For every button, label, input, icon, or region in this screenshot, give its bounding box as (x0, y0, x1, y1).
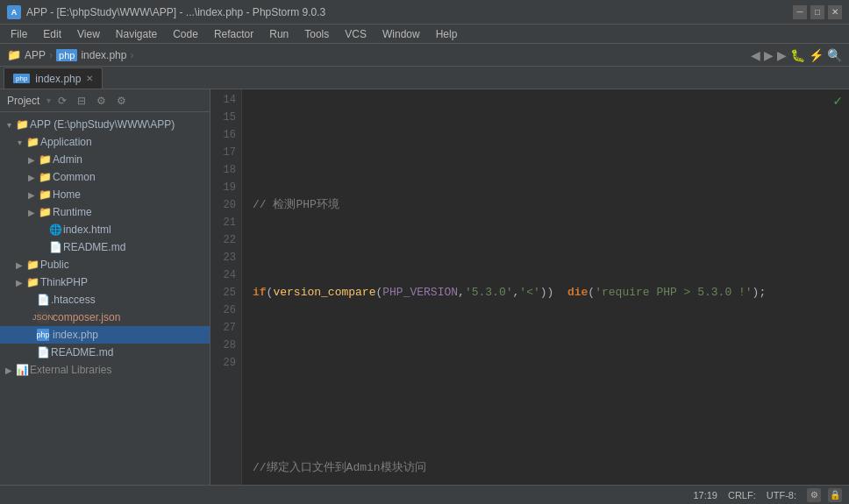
tree-item-home[interactable]: ▶ 📁 Home (0, 186, 210, 203)
menu-tools[interactable]: Tools (297, 26, 336, 42)
tree-text-index-html: index.html (63, 224, 111, 236)
tree-text-htaccess: .htaccess (51, 294, 96, 306)
minimize-button[interactable]: ─ (793, 5, 807, 19)
code-area[interactable]: 14 15 16 17 18 19 20 21 22 23 24 25 26 2… (210, 89, 849, 485)
tree-arrow-public: ▶ (14, 260, 25, 270)
file-icon-readme2: 📄 (37, 346, 49, 358)
menu-refactor[interactable]: Refactor (207, 26, 260, 42)
sidebar-sync-button[interactable]: ⟳ (54, 93, 70, 109)
file-icon-readme1: 📄 (49, 241, 61, 253)
status-encoding: UTF-8: (767, 490, 796, 500)
file-icon-index-php: php (37, 329, 49, 341)
tree-item-index-html[interactable]: ▶ 🌐 index.html (0, 221, 210, 238)
tree-arrow-common: ▶ (26, 173, 37, 182)
tree-item-external-libs[interactable]: ▶ 📊 External Libraries (0, 361, 210, 379)
tree-text-common: Common (53, 171, 96, 183)
tree-text-index-php: index.php (53, 329, 98, 341)
folder-icon-public: 📁 (26, 259, 39, 271)
maximize-button[interactable]: □ (810, 5, 824, 19)
folder-icon-root: 📁 (16, 118, 28, 131)
tree-text-readme2: README.md (51, 346, 113, 358)
tree-item-public[interactable]: ▶ 📁 Public (0, 256, 210, 273)
status-icons: ⚙ 🔒 (807, 488, 842, 502)
file-icon-composer: JSON (37, 311, 49, 323)
nav-back-button[interactable]: ◀ (751, 48, 760, 62)
breadcrumb-sep2: › (130, 49, 133, 61)
sidebar: Project ▾ ⟳ ⊟ ⚙ ⚙ ▾ 📁 APP (E:\phpStudy\W… (0, 89, 210, 485)
tree-item-runtime[interactable]: ▶ 📁 Runtime (0, 203, 210, 221)
nav-coverage-button[interactable]: ⚡ (809, 48, 824, 62)
sidebar-gear-button[interactable]: ⚙ (113, 93, 130, 109)
project-tree: ▾ 📁 APP (E:\phpStudy\WWW\APP) ▾ 📁 Applic… (0, 112, 210, 382)
title-bar: A APP - [E:\phpStudy\WWW\APP] - ...\inde… (0, 0, 849, 25)
breadcrumb-file[interactable]: index.php (81, 49, 126, 61)
tree-item-root[interactable]: ▾ 📁 APP (E:\phpStudy\WWW\APP) (0, 116, 210, 133)
tree-text-runtime: Runtime (53, 206, 92, 218)
menu-window[interactable]: Window (375, 26, 427, 42)
code-line-15: if(version_compare(PHP_VERSION,'5.3.0','… (253, 284, 849, 302)
sidebar-dropdown-icon: ▾ (46, 96, 51, 105)
tree-arrow-admin: ▶ (26, 155, 37, 165)
tree-arrow-root: ▾ (4, 120, 14, 130)
tree-item-readme2[interactable]: ▶ 📄 README.md (0, 344, 210, 361)
sidebar-settings-button[interactable]: ⚙ (93, 93, 110, 109)
tree-item-readme1[interactable]: ▶ 📄 README.md (0, 238, 210, 256)
code-line-14: // 检测PHP环境 (253, 196, 849, 214)
menu-view[interactable]: View (70, 26, 107, 42)
folder-icon-common: 📁 (39, 171, 51, 183)
tree-text-public: Public (40, 259, 69, 271)
menu-edit[interactable]: Edit (36, 26, 68, 42)
menu-file[interactable]: File (4, 26, 34, 42)
tree-item-application[interactable]: ▾ 📁 Application (0, 133, 210, 151)
close-button[interactable]: ✕ (828, 5, 842, 19)
tree-arrow-application: ▾ (14, 138, 25, 147)
status-line-ending: CRLF: (728, 490, 756, 500)
breadcrumb-sep1: › (49, 49, 53, 61)
tree-item-thinkphp[interactable]: ▶ 📁 ThinkPHP (0, 273, 210, 291)
menu-navigate[interactable]: Navigate (109, 26, 164, 42)
tree-arrow-external-libs: ▶ (4, 366, 14, 375)
tab-label: index.php (35, 73, 81, 85)
code-comment-14: // 检测PHP环境 (253, 196, 339, 214)
nav-run-button[interactable]: ▶ (777, 48, 787, 62)
tab-bar: php index.php ✕ (0, 67, 849, 89)
code-line-17: //绑定入口文件到Admin模块访问 (253, 459, 849, 477)
menu-code[interactable]: Code (166, 26, 205, 42)
tree-text-external-libs: External Libraries (30, 364, 111, 376)
folder-icon-home: 📁 (39, 188, 51, 201)
tree-text-application: Application (40, 136, 92, 148)
breadcrumb-navigation: ◀ ▶ ▶ 🐛 ⚡ 🔍 (751, 48, 842, 62)
tab-close-button[interactable]: ✕ (86, 74, 93, 83)
code-editor[interactable]: 14 15 16 17 18 19 20 21 22 23 24 25 26 2… (210, 89, 849, 485)
tab-index-php[interactable]: php index.php ✕ (4, 67, 103, 89)
window-title: APP - [E:\phpStudy\WWW\APP] - ...\index.… (26, 6, 325, 18)
project-label: Project (4, 95, 43, 107)
tree-item-admin[interactable]: ▶ 📁 Admin (0, 151, 210, 168)
breadcrumb-file-icon: php (56, 49, 77, 61)
menu-vcs[interactable]: VCS (338, 26, 374, 42)
window-controls: ─ □ ✕ (793, 5, 842, 19)
nav-search-button[interactable]: 🔍 (827, 48, 842, 62)
folder-icon-application: 📁 (26, 136, 39, 148)
tree-text-readme1: README.md (63, 241, 125, 253)
lib-icon: 📊 (16, 364, 28, 376)
kw-if: if (253, 284, 267, 302)
tree-item-index-php[interactable]: ▶ php index.php (0, 326, 210, 344)
menu-run[interactable]: Run (262, 26, 296, 42)
breadcrumb-app[interactable]: APP (25, 49, 46, 61)
nav-forward-button[interactable]: ▶ (764, 48, 774, 62)
sidebar-collapse-button[interactable]: ⊟ (74, 93, 89, 109)
tree-arrow-home: ▶ (26, 190, 37, 200)
status-position: 17:19 (693, 490, 717, 500)
breadcrumb-folder-icon: 📁 (7, 48, 21, 61)
tree-item-composer[interactable]: ▶ JSON composer.json (0, 309, 210, 326)
nav-debug-button[interactable]: 🐛 (790, 48, 805, 62)
tree-text-root: APP (E:\phpStudy\WWW\APP) (30, 118, 175, 131)
file-icon-index-html: 🌐 (49, 224, 61, 236)
tree-item-htaccess[interactable]: ▶ 📄 .htaccess (0, 291, 210, 309)
tree-item-common[interactable]: ▶ 📁 Common (0, 168, 210, 186)
menu-help[interactable]: Help (429, 26, 465, 42)
code-content[interactable]: ✓ // 检测PHP环境 if(version_compare(PHP_VERS… (242, 89, 849, 485)
tab-file-icon: php (13, 74, 30, 83)
sidebar-toolbar: Project ▾ ⟳ ⊟ ⚙ ⚙ (0, 89, 210, 112)
